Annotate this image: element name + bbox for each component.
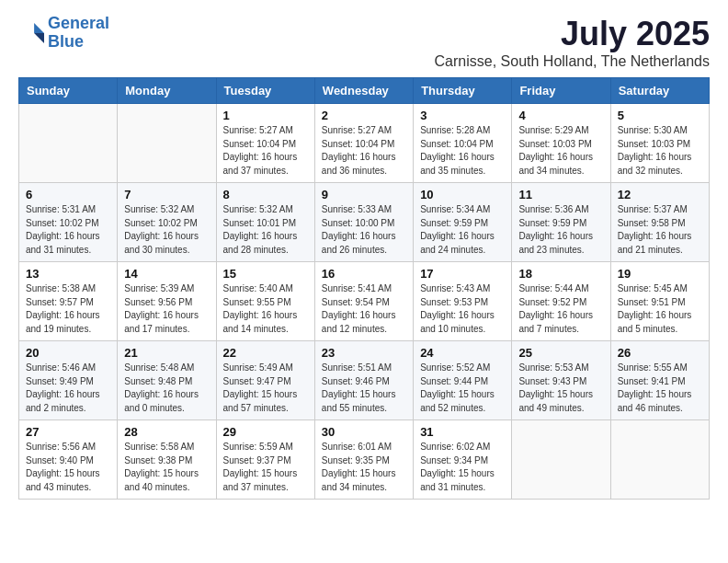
calendar-cell: 28Sunrise: 5:58 AM Sunset: 9:38 PM Dayli… — [118, 420, 216, 500]
calendar-header-tuesday: Tuesday — [216, 78, 314, 104]
day-info: Sunrise: 5:39 AM Sunset: 9:56 PM Dayligh… — [124, 282, 209, 336]
day-number: 10 — [420, 188, 505, 201]
day-number: 1 — [223, 109, 308, 122]
calendar-week-4: 20Sunrise: 5:46 AM Sunset: 9:49 PM Dayli… — [19, 341, 710, 420]
day-number: 14 — [124, 267, 209, 281]
day-number: 23 — [322, 346, 406, 360]
day-number: 30 — [322, 425, 406, 439]
svg-marker-1 — [34, 33, 44, 43]
day-info: Sunrise: 5:40 AM Sunset: 9:55 PM Dayligh… — [223, 282, 308, 336]
day-number: 15 — [223, 267, 308, 281]
day-number: 24 — [420, 346, 505, 360]
day-number: 9 — [322, 188, 406, 201]
svg-marker-0 — [34, 23, 44, 33]
calendar-cell: 1Sunrise: 5:27 AM Sunset: 10:04 PM Dayli… — [216, 104, 314, 183]
logo: General Blue — [18, 15, 109, 52]
calendar-week-3: 13Sunrise: 5:38 AM Sunset: 9:57 PM Dayli… — [19, 262, 710, 341]
calendar-week-5: 27Sunrise: 5:56 AM Sunset: 9:40 PM Dayli… — [19, 420, 710, 500]
day-info: Sunrise: 5:43 AM Sunset: 9:53 PM Dayligh… — [420, 282, 505, 336]
calendar: SundayMondayTuesdayWednesdayThursdayFrid… — [18, 77, 710, 500]
calendar-cell — [118, 104, 216, 183]
day-number: 25 — [518, 346, 603, 360]
calendar-cell: 15Sunrise: 5:40 AM Sunset: 9:55 PM Dayli… — [216, 262, 314, 341]
calendar-cell: 17Sunrise: 5:43 AM Sunset: 9:53 PM Dayli… — [414, 262, 512, 341]
calendar-cell: 26Sunrise: 5:55 AM Sunset: 9:41 PM Dayli… — [610, 341, 709, 420]
calendar-header-sunday: Sunday — [19, 78, 118, 104]
day-info: Sunrise: 5:36 AM Sunset: 9:59 PM Dayligh… — [518, 203, 603, 257]
day-number: 28 — [124, 425, 209, 439]
calendar-cell — [19, 104, 118, 183]
day-info: Sunrise: 5:46 AM Sunset: 9:49 PM Dayligh… — [26, 362, 110, 415]
title-area: July 2025 Carnisse, South Holland, The N… — [435, 15, 710, 70]
calendar-cell: 30Sunrise: 6:01 AM Sunset: 9:35 PM Dayli… — [314, 420, 413, 500]
day-number: 12 — [618, 188, 702, 201]
day-number: 21 — [124, 346, 209, 360]
day-info: Sunrise: 5:29 AM Sunset: 10:03 PM Daylig… — [518, 124, 603, 178]
day-number: 2 — [322, 109, 406, 122]
day-info: Sunrise: 5:31 AM Sunset: 10:02 PM Daylig… — [26, 203, 110, 257]
day-number: 8 — [223, 188, 308, 201]
calendar-cell: 9Sunrise: 5:33 AM Sunset: 10:00 PM Dayli… — [314, 183, 413, 262]
day-info: Sunrise: 5:58 AM Sunset: 9:38 PM Dayligh… — [124, 441, 209, 494]
day-number: 19 — [618, 267, 702, 281]
day-number: 31 — [420, 425, 505, 439]
calendar-cell: 14Sunrise: 5:39 AM Sunset: 9:56 PM Dayli… — [118, 262, 216, 341]
calendar-cell: 23Sunrise: 5:51 AM Sunset: 9:46 PM Dayli… — [314, 341, 413, 420]
day-info: Sunrise: 6:02 AM Sunset: 9:34 PM Dayligh… — [420, 441, 505, 494]
calendar-cell: 7Sunrise: 5:32 AM Sunset: 10:02 PM Dayli… — [118, 183, 216, 262]
calendar-cell: 20Sunrise: 5:46 AM Sunset: 9:49 PM Dayli… — [19, 341, 118, 420]
calendar-cell: 6Sunrise: 5:31 AM Sunset: 10:02 PM Dayli… — [19, 183, 118, 262]
calendar-cell: 27Sunrise: 5:56 AM Sunset: 9:40 PM Dayli… — [19, 420, 118, 500]
month-title: July 2025 — [435, 15, 710, 53]
day-info: Sunrise: 5:33 AM Sunset: 10:00 PM Daylig… — [322, 203, 406, 257]
day-info: Sunrise: 5:48 AM Sunset: 9:48 PM Dayligh… — [124, 362, 209, 415]
day-number: 5 — [618, 109, 702, 122]
calendar-header-thursday: Thursday — [414, 78, 512, 104]
day-info: Sunrise: 5:37 AM Sunset: 9:58 PM Dayligh… — [618, 203, 702, 257]
calendar-cell: 13Sunrise: 5:38 AM Sunset: 9:57 PM Dayli… — [19, 262, 118, 341]
calendar-cell: 10Sunrise: 5:34 AM Sunset: 9:59 PM Dayli… — [414, 183, 512, 262]
logo-line2: Blue — [48, 32, 84, 51]
calendar-cell: 25Sunrise: 5:53 AM Sunset: 9:43 PM Dayli… — [512, 341, 610, 420]
calendar-cell: 19Sunrise: 5:45 AM Sunset: 9:51 PM Dayli… — [610, 262, 709, 341]
day-number: 4 — [518, 109, 603, 122]
calendar-cell — [512, 420, 610, 500]
day-number: 6 — [26, 188, 110, 201]
day-number: 11 — [518, 188, 603, 201]
calendar-header-wednesday: Wednesday — [314, 78, 413, 104]
day-number: 27 — [26, 425, 110, 439]
calendar-week-1: 1Sunrise: 5:27 AM Sunset: 10:04 PM Dayli… — [19, 104, 710, 183]
day-info: Sunrise: 5:30 AM Sunset: 10:03 PM Daylig… — [618, 124, 702, 178]
calendar-header-friday: Friday — [512, 78, 610, 104]
day-info: Sunrise: 5:38 AM Sunset: 9:57 PM Dayligh… — [26, 282, 110, 336]
calendar-cell: 8Sunrise: 5:32 AM Sunset: 10:01 PM Dayli… — [216, 183, 314, 262]
day-info: Sunrise: 5:32 AM Sunset: 10:01 PM Daylig… — [223, 203, 308, 257]
calendar-cell: 12Sunrise: 5:37 AM Sunset: 9:58 PM Dayli… — [610, 183, 709, 262]
day-info: Sunrise: 6:01 AM Sunset: 9:35 PM Dayligh… — [322, 441, 406, 494]
day-number: 18 — [518, 267, 603, 281]
day-info: Sunrise: 5:56 AM Sunset: 9:40 PM Dayligh… — [26, 441, 110, 494]
page: General Blue July 2025 Carnisse, South H… — [0, 0, 728, 518]
day-info: Sunrise: 5:34 AM Sunset: 9:59 PM Dayligh… — [420, 203, 505, 257]
calendar-cell: 5Sunrise: 5:30 AM Sunset: 10:03 PM Dayli… — [610, 104, 709, 183]
calendar-cell: 3Sunrise: 5:28 AM Sunset: 10:04 PM Dayli… — [414, 104, 512, 183]
logo-icon — [18, 20, 44, 46]
calendar-cell: 24Sunrise: 5:52 AM Sunset: 9:44 PM Dayli… — [414, 341, 512, 420]
day-info: Sunrise: 5:53 AM Sunset: 9:43 PM Dayligh… — [518, 362, 603, 415]
day-info: Sunrise: 5:59 AM Sunset: 9:37 PM Dayligh… — [223, 441, 308, 494]
day-info: Sunrise: 5:44 AM Sunset: 9:52 PM Dayligh… — [518, 282, 603, 336]
day-number: 17 — [420, 267, 505, 281]
day-number: 29 — [223, 425, 308, 439]
calendar-cell — [610, 420, 709, 500]
logo-line1: General — [48, 14, 109, 32]
day-info: Sunrise: 5:32 AM Sunset: 10:02 PM Daylig… — [124, 203, 209, 257]
calendar-cell: 21Sunrise: 5:48 AM Sunset: 9:48 PM Dayli… — [118, 341, 216, 420]
calendar-cell: 18Sunrise: 5:44 AM Sunset: 9:52 PM Dayli… — [512, 262, 610, 341]
day-info: Sunrise: 5:45 AM Sunset: 9:51 PM Dayligh… — [618, 282, 702, 336]
calendar-week-2: 6Sunrise: 5:31 AM Sunset: 10:02 PM Dayli… — [19, 183, 710, 262]
day-info: Sunrise: 5:52 AM Sunset: 9:44 PM Dayligh… — [420, 362, 505, 415]
calendar-cell: 16Sunrise: 5:41 AM Sunset: 9:54 PM Dayli… — [314, 262, 413, 341]
day-number: 3 — [420, 109, 505, 122]
day-info: Sunrise: 5:27 AM Sunset: 10:04 PM Daylig… — [322, 124, 406, 178]
calendar-header-saturday: Saturday — [610, 78, 709, 104]
